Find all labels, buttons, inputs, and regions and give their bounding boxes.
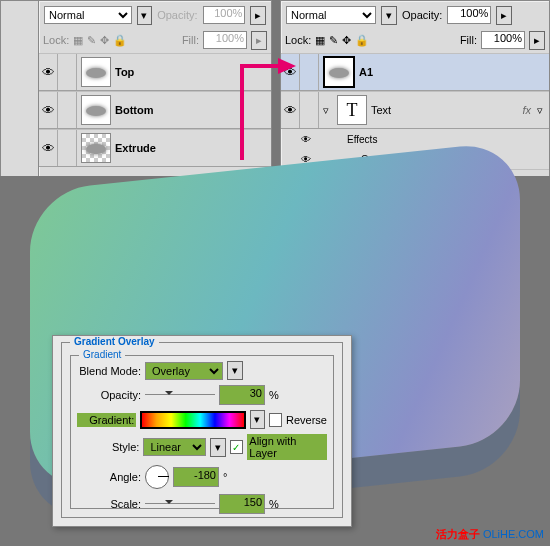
lock-label: Lock: — [285, 34, 311, 46]
opacity-input[interactable]: 30 — [219, 385, 265, 405]
opacity-slider[interactable] — [145, 390, 215, 400]
layer-name: Top — [115, 66, 134, 78]
lock-all-icon[interactable]: 🔒 — [355, 34, 369, 47]
fx-expand-icon[interactable]: ▿ — [537, 104, 543, 117]
blend-mode-select[interactable]: Normal — [286, 6, 376, 24]
dialog-subtitle: Gradient — [79, 349, 125, 360]
fx-badge[interactable]: fx — [522, 104, 531, 116]
dropdown-icon[interactable]: ▾ — [137, 6, 153, 25]
eye-column — [0, 0, 40, 178]
dropdown-icon[interactable]: ▾ — [381, 6, 397, 25]
layer-name: Bottom — [115, 104, 154, 116]
visibility-icon[interactable]: 👁 — [301, 134, 311, 145]
blend-mode-select[interactable]: Normal — [44, 6, 132, 24]
dropdown-icon[interactable]: ▸ — [529, 31, 545, 50]
visibility-icon[interactable]: 👁 — [39, 65, 57, 80]
layer-row-selected[interactable]: 👁 A1 — [281, 53, 549, 91]
expand-icon[interactable]: ▿ — [323, 104, 329, 117]
dropdown-icon: ▸ — [250, 6, 266, 25]
dropdown-icon[interactable]: ▾ — [210, 438, 226, 457]
layer-thumbnail[interactable] — [323, 56, 355, 88]
lock-transparency-icon[interactable]: ▦ — [315, 34, 325, 47]
opacity-value[interactable]: 100% — [447, 6, 491, 24]
layer-row[interactable]: 👁 Top — [39, 53, 271, 91]
lock-position-icon[interactable]: ✥ — [100, 34, 109, 47]
blend-mode-label: Blend Mode: — [77, 365, 141, 377]
layer-name: Text — [371, 104, 391, 116]
fill-label: Fill: — [182, 34, 199, 46]
visibility-icon[interactable]: 👁 — [281, 103, 299, 118]
layer-thumbnail[interactable] — [81, 57, 111, 87]
layer-name: A1 — [359, 66, 373, 78]
lock-all-icon[interactable]: 🔒 — [113, 34, 127, 47]
fill-label: Fill: — [460, 34, 477, 46]
angle-input[interactable]: -180 — [173, 467, 219, 487]
layer-name: Extrude — [115, 142, 156, 154]
dropdown-icon: ▸ — [251, 31, 267, 50]
lock-label: Lock: — [43, 34, 69, 46]
reverse-checkbox[interactable] — [269, 413, 282, 427]
gradient-label: Gradient: — [77, 413, 136, 427]
visibility-icon[interactable]: 👁 — [39, 103, 57, 118]
lock-transparency-icon[interactable]: ▦ — [73, 34, 83, 47]
layer-thumbnail[interactable] — [81, 95, 111, 125]
style-label: Style: — [77, 441, 139, 453]
dropdown-icon[interactable]: ▾ — [250, 410, 265, 429]
dropdown-icon[interactable]: ▸ — [496, 6, 512, 25]
opacity-label: Opacity: — [157, 9, 197, 21]
align-label: Align with Layer — [247, 434, 327, 460]
style-select[interactable]: Linear — [143, 438, 206, 456]
layers-panel-left: Normal ▾ Opacity: 100% ▸ Lock: ▦ ✎ ✥ 🔒 F… — [38, 0, 272, 178]
visibility-icon[interactable]: 👁 — [281, 65, 299, 80]
angle-dial[interactable] — [145, 465, 169, 489]
dialog-title: Gradient Overlay — [70, 336, 159, 347]
lock-pixels-icon[interactable]: ✎ — [87, 34, 96, 47]
type-layer-thumbnail[interactable]: T — [337, 95, 367, 125]
reverse-label: Reverse — [286, 414, 327, 426]
lock-pixels-icon[interactable]: ✎ — [329, 34, 338, 47]
dropdown-icon[interactable]: ▾ — [227, 361, 243, 380]
watermark: 活力盒子 OLiHE.COM — [436, 527, 544, 542]
layer-thumbnail[interactable] — [81, 133, 111, 163]
scale-label: Scale: — [77, 498, 141, 510]
fill-value: 100% — [203, 31, 247, 49]
layer-row[interactable]: 👁 ▿ T Text fx ▿ — [281, 91, 549, 129]
visibility-icon[interactable]: 👁 — [39, 141, 57, 156]
fill-value[interactable]: 100% — [481, 31, 525, 49]
angle-label: Angle: — [77, 471, 141, 483]
opacity-label: Opacity: — [77, 389, 141, 401]
layer-row[interactable]: 👁 Extrude — [39, 129, 271, 167]
opacity-label: Opacity: — [402, 9, 442, 21]
blend-mode-select[interactable]: Overlay — [145, 362, 223, 380]
align-checkbox[interactable]: ✓ — [230, 440, 244, 454]
scale-slider[interactable] — [145, 499, 215, 509]
layer-row[interactable]: 👁 Bottom — [39, 91, 271, 129]
scale-input[interactable]: 150 — [219, 494, 265, 514]
gradient-picker[interactable] — [140, 411, 246, 429]
gradient-overlay-dialog: Gradient Overlay Gradient Blend Mode: Ov… — [52, 335, 352, 527]
lock-position-icon[interactable]: ✥ — [342, 34, 351, 47]
opacity-value: 100% — [203, 6, 246, 24]
effects-row[interactable]: 👁 Effects — [281, 129, 549, 149]
